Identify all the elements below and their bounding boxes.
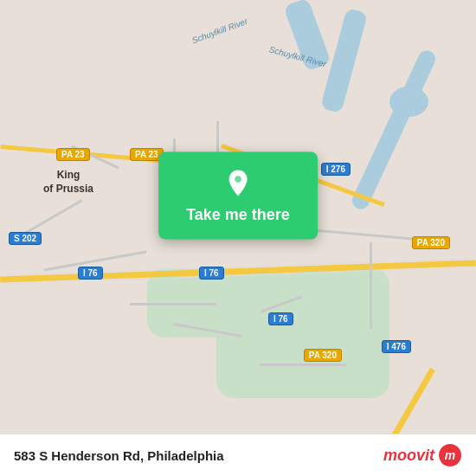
moovit-logo-text: moovit (383, 447, 434, 465)
bottom-bar: 583 S Henderson Rd, Philadelphia moovit … (0, 434, 476, 476)
badge-s202: S 202 (9, 229, 42, 245)
water-lake (389, 87, 428, 117)
take-me-there-button[interactable]: Take me there (158, 151, 318, 239)
road-local-2 (130, 303, 216, 306)
map-container: Schuylkill River Schuylkill River Kingof… (0, 0, 476, 476)
road-local-6 (260, 363, 346, 366)
address-text: 583 S Henderson Rd, Philadelphia (14, 448, 224, 463)
green-park-1 (216, 268, 389, 398)
badge-i76-1: I 76 (78, 264, 103, 280)
badge-i476: I 476 (382, 338, 411, 353)
moovit-icon: m (438, 443, 462, 467)
badge-i76-3: I 76 (268, 310, 293, 325)
road-local-4 (370, 242, 372, 329)
badge-pa23-1: PA 23 (56, 145, 90, 161)
location-pin-icon (222, 167, 254, 198)
badge-pa320-2: PA 320 (304, 346, 342, 362)
address-section: 583 S Henderson Rd, Philadelphia (14, 448, 224, 463)
take-me-there-label: Take me there (186, 205, 290, 223)
svg-text:m: m (445, 448, 455, 462)
place-king-prussia: Kingof Prussia (43, 169, 93, 196)
svg-point-0 (235, 176, 241, 183)
badge-i276: I 276 (321, 160, 351, 176)
moovit-logo: moovit m (383, 443, 462, 467)
badge-pa320-1: PA 320 (412, 234, 450, 249)
badge-i76-2: I 76 (199, 264, 224, 280)
